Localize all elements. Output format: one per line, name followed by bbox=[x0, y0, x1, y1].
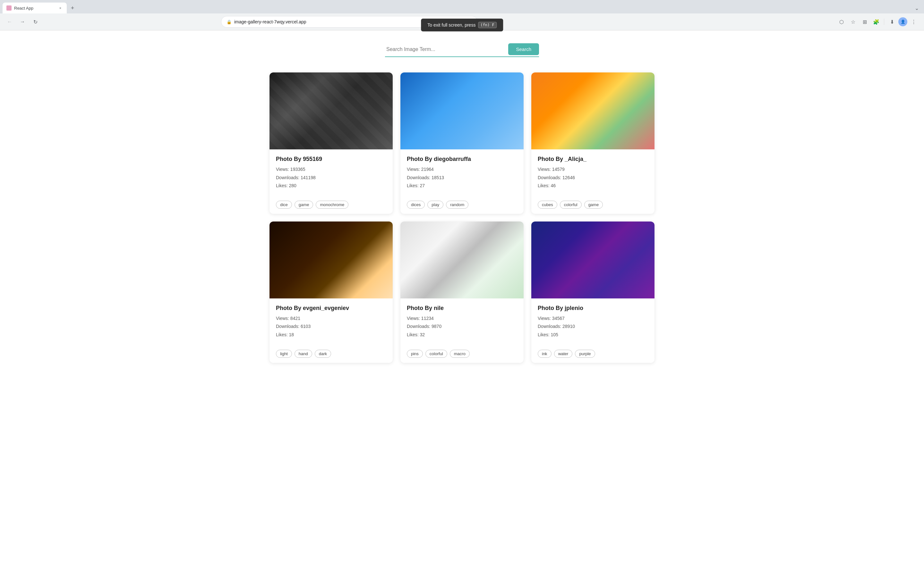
tag[interactable]: ink bbox=[538, 350, 551, 358]
card-downloads: Downloads: 28910 bbox=[538, 324, 648, 330]
toolbar-divider bbox=[884, 19, 884, 25]
card-views: Views: 11234 bbox=[407, 316, 517, 322]
tag[interactable]: light bbox=[276, 350, 292, 358]
card-views: Views: 21964 bbox=[407, 166, 517, 173]
tag[interactable]: game bbox=[584, 201, 603, 209]
gallery-grid: Photo By 955169 Views: 193365 Downloads:… bbox=[270, 73, 654, 363]
fullscreen-notice: To exit full screen, press (fn) F bbox=[421, 19, 503, 31]
card-1[interactable]: Photo By 955169 Views: 193365 Downloads:… bbox=[270, 73, 393, 214]
search-input[interactable] bbox=[385, 43, 508, 55]
fullscreen-key-badge: (fn) F bbox=[478, 22, 496, 28]
card-downloads: Downloads: 18513 bbox=[407, 175, 517, 181]
card-downloads: Downloads: 12646 bbox=[538, 175, 648, 181]
tag[interactable]: monochrome bbox=[316, 201, 349, 209]
tag[interactable]: game bbox=[294, 201, 313, 209]
card-likes: Likes: 18 bbox=[276, 332, 386, 338]
page-content: Search Photo By 955169 Views: 193365 Dow… bbox=[0, 31, 924, 382]
card-tags: cubescolorfulgame bbox=[538, 195, 648, 209]
card-body: Photo By nile Views: 11234 Downloads: 98… bbox=[401, 298, 523, 363]
card-title: Photo By jplenio bbox=[538, 305, 648, 311]
card-title: Photo By evgeni_evgeniev bbox=[276, 305, 386, 311]
fullscreen-notice-text: To exit full screen, press bbox=[427, 23, 475, 27]
search-wrapper: Search bbox=[385, 43, 539, 57]
tag[interactable]: pins bbox=[407, 350, 423, 358]
card-likes: Likes: 32 bbox=[407, 332, 517, 338]
card-tags: inkwaterpurple bbox=[538, 345, 648, 358]
card-likes: Likes: 46 bbox=[538, 183, 648, 189]
card-views: Views: 14579 bbox=[538, 166, 648, 173]
cast-icon[interactable]: ⬡ bbox=[837, 17, 846, 27]
tag[interactable]: dices bbox=[407, 201, 425, 209]
card-image-2 bbox=[401, 73, 523, 149]
tab-close-button[interactable]: × bbox=[58, 5, 63, 11]
back-button[interactable]: ← bbox=[5, 17, 14, 26]
forward-button[interactable]: → bbox=[18, 17, 27, 26]
card-body: Photo By 955169 Views: 193365 Downloads:… bbox=[270, 149, 393, 214]
tag[interactable]: play bbox=[427, 201, 443, 209]
card-image-5 bbox=[401, 221, 523, 298]
tab-bar: React App × + ⌄ bbox=[0, 0, 924, 13]
card-views: Views: 193365 bbox=[276, 166, 386, 173]
bookmark-icon[interactable]: ☆ bbox=[848, 17, 858, 27]
user-avatar[interactable]: 👤 bbox=[898, 17, 907, 26]
card-tags: dicesplayrandom bbox=[407, 195, 517, 209]
refresh-button[interactable]: ↻ bbox=[31, 17, 40, 26]
card-views: Views: 34567 bbox=[538, 316, 648, 322]
tag[interactable]: cubes bbox=[538, 201, 557, 209]
tag[interactable]: hand bbox=[294, 350, 312, 358]
toolbar-right: ⬡ ☆ ⊞ 🧩 ⬇ 👤 ⋮ bbox=[837, 17, 919, 27]
card-tags: dicegamemonochrome bbox=[276, 195, 386, 209]
card-title: Photo By diegobarruffa bbox=[407, 156, 517, 163]
card-4[interactable]: Photo By evgeni_evgeniev Views: 8421 Dow… bbox=[270, 221, 393, 363]
card-image-3 bbox=[531, 73, 654, 149]
tag[interactable]: colorful bbox=[560, 201, 582, 209]
card-tags: lighthanddark bbox=[276, 345, 386, 358]
card-body: Photo By jplenio Views: 34567 Downloads:… bbox=[531, 298, 654, 363]
search-button[interactable]: Search bbox=[508, 43, 539, 55]
tag[interactable]: water bbox=[554, 350, 573, 358]
card-title: Photo By 955169 bbox=[276, 156, 386, 163]
search-container: Search bbox=[6, 43, 918, 57]
tag[interactable]: colorful bbox=[425, 350, 447, 358]
tag[interactable]: random bbox=[446, 201, 468, 209]
card-views: Views: 8421 bbox=[276, 316, 386, 322]
card-5[interactable]: Photo By nile Views: 11234 Downloads: 98… bbox=[401, 221, 523, 363]
card-image-1 bbox=[270, 73, 393, 149]
card-6[interactable]: Photo By jplenio Views: 34567 Downloads:… bbox=[531, 221, 654, 363]
active-tab[interactable]: React App × bbox=[3, 3, 67, 13]
download-icon[interactable]: ⬇ bbox=[887, 17, 897, 27]
card-tags: pinscolorfulmacro bbox=[407, 345, 517, 358]
card-image-4 bbox=[270, 221, 393, 298]
tag[interactable]: dark bbox=[315, 350, 331, 358]
menu-button[interactable]: ⋮ bbox=[909, 17, 919, 27]
card-body: Photo By _Alicja_ Views: 14579 Downloads… bbox=[531, 149, 654, 214]
translate-icon[interactable]: ⊞ bbox=[859, 17, 870, 27]
card-downloads: Downloads: 6103 bbox=[276, 324, 386, 330]
card-downloads: Downloads: 141198 bbox=[276, 175, 386, 181]
card-body: Photo By diegobarruffa Views: 21964 Down… bbox=[401, 149, 523, 214]
tab-title: React App bbox=[14, 6, 55, 11]
card-likes: Likes: 280 bbox=[276, 183, 386, 189]
extension-icon[interactable]: 🧩 bbox=[871, 17, 881, 27]
card-body: Photo By evgeni_evgeniev Views: 8421 Dow… bbox=[270, 298, 393, 363]
lock-icon: 🔒 bbox=[226, 19, 232, 24]
card-likes: Likes: 27 bbox=[407, 183, 517, 189]
card-likes: Likes: 105 bbox=[538, 332, 648, 338]
card-title: Photo By nile bbox=[407, 305, 517, 311]
card-3[interactable]: Photo By _Alicja_ Views: 14579 Downloads… bbox=[531, 73, 654, 214]
tab-favicon bbox=[6, 5, 11, 11]
card-image-6 bbox=[531, 221, 654, 298]
card-downloads: Downloads: 9870 bbox=[407, 324, 517, 330]
card-2[interactable]: Photo By diegobarruffa Views: 21964 Down… bbox=[401, 73, 523, 214]
tag[interactable]: purple bbox=[575, 350, 595, 358]
new-tab-button[interactable]: + bbox=[68, 3, 77, 13]
tag[interactable]: dice bbox=[276, 201, 292, 209]
card-title: Photo By _Alicja_ bbox=[538, 156, 648, 163]
tab-list-chevron[interactable]: ⌄ bbox=[912, 4, 921, 13]
tag[interactable]: macro bbox=[450, 350, 470, 358]
